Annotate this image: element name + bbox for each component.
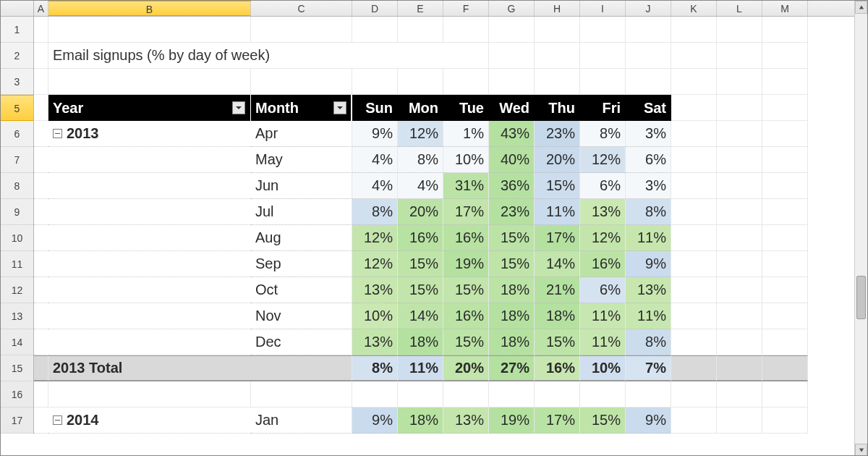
value-cell[interactable]: 6% xyxy=(580,277,626,303)
cell-M11[interactable] xyxy=(762,251,808,277)
row-header-11[interactable]: 11 xyxy=(1,251,33,277)
value-cell[interactable]: 20% xyxy=(535,147,580,173)
row-header-15[interactable]: 15 xyxy=(1,355,33,381)
cell-K5[interactable] xyxy=(671,95,717,121)
column-header-K[interactable]: K xyxy=(671,1,717,16)
cell-K1[interactable] xyxy=(671,17,717,43)
value-cell[interactable]: 16% xyxy=(443,225,489,251)
total-value-cell[interactable]: 11% xyxy=(398,355,443,381)
cell-J2[interactable] xyxy=(626,43,671,69)
cell-area[interactable]: Email signups (% by day of week)YearMont… xyxy=(34,17,867,434)
value-cell[interactable]: 31% xyxy=(443,173,489,199)
cell-M10[interactable] xyxy=(762,225,808,251)
value-cell[interactable]: 10% xyxy=(443,147,489,173)
cell-B16[interactable] xyxy=(48,381,251,408)
value-cell[interactable]: 3% xyxy=(626,121,671,147)
cell-C3[interactable] xyxy=(251,69,352,95)
value-cell[interactable]: 13% xyxy=(626,277,671,303)
value-cell[interactable]: 12% xyxy=(398,121,443,147)
cell-A12[interactable] xyxy=(34,277,48,303)
cell-A17[interactable] xyxy=(34,408,48,434)
row-header-12[interactable]: 12 xyxy=(1,277,33,303)
cell-K8[interactable] xyxy=(671,173,717,199)
cell-L15[interactable] xyxy=(717,355,762,381)
cell-M2[interactable] xyxy=(762,43,808,69)
day-header-thu[interactable]: Thu xyxy=(535,95,580,121)
cell-L14[interactable] xyxy=(717,329,762,355)
cell-K14[interactable] xyxy=(671,329,717,355)
month-cell-2013-Oct[interactable]: Oct xyxy=(251,277,352,303)
cell-A16[interactable] xyxy=(34,381,48,408)
cell-A9[interactable] xyxy=(34,199,48,225)
month-cell-2013-May[interactable]: May xyxy=(251,147,352,173)
value-cell[interactable]: 36% xyxy=(489,173,535,199)
cell-M6[interactable] xyxy=(762,121,808,147)
cell-H1[interactable] xyxy=(535,17,580,43)
value-cell[interactable]: 18% xyxy=(535,303,580,329)
value-cell[interactable]: 16% xyxy=(443,303,489,329)
cell-B1[interactable] xyxy=(48,17,251,43)
cell-A7[interactable] xyxy=(34,147,48,173)
value-cell[interactable]: 8% xyxy=(626,329,671,355)
column-header-A[interactable]: A xyxy=(34,1,48,16)
value-cell[interactable]: 15% xyxy=(535,173,580,199)
month-cell-2013-Jul[interactable]: Jul xyxy=(251,199,352,225)
value-cell[interactable]: 15% xyxy=(398,277,443,303)
value-cell[interactable]: 16% xyxy=(580,251,626,277)
row-header-10[interactable]: 10 xyxy=(1,225,33,251)
value-cell[interactable]: 20% xyxy=(398,199,443,225)
total-value-cell[interactable]: 27% xyxy=(489,355,535,381)
cell-M17[interactable] xyxy=(762,408,808,434)
select-all-corner[interactable] xyxy=(1,1,34,16)
value-cell[interactable]: 15% xyxy=(443,329,489,355)
year-cell-2013[interactable]: 2013 xyxy=(48,121,251,147)
value-cell[interactable]: 23% xyxy=(535,121,580,147)
column-header-J[interactable]: J xyxy=(626,1,671,16)
value-cell[interactable]: 12% xyxy=(580,147,626,173)
cell-B7[interactable] xyxy=(48,147,251,173)
day-header-fri[interactable]: Fri xyxy=(580,95,626,121)
cell-G2[interactable] xyxy=(489,43,535,69)
cell-J3[interactable] xyxy=(626,69,671,95)
cell-A11[interactable] xyxy=(34,251,48,277)
cell-K2[interactable] xyxy=(671,43,717,69)
cell-L12[interactable] xyxy=(717,277,762,303)
value-cell[interactable]: 18% xyxy=(398,329,443,355)
column-header-L[interactable]: L xyxy=(717,1,762,16)
cell-M9[interactable] xyxy=(762,199,808,225)
cell-E16[interactable] xyxy=(398,381,443,408)
value-cell[interactable]: 11% xyxy=(580,329,626,355)
cell-M8[interactable] xyxy=(762,173,808,199)
column-header-F[interactable]: F xyxy=(443,1,489,16)
cell-K10[interactable] xyxy=(671,225,717,251)
pivot-month-header[interactable]: Month xyxy=(251,95,352,121)
cell-D1[interactable] xyxy=(352,17,398,43)
cell-L6[interactable] xyxy=(717,121,762,147)
cell-M7[interactable] xyxy=(762,147,808,173)
cell-K11[interactable] xyxy=(671,251,717,277)
value-cell[interactable]: 18% xyxy=(489,329,535,355)
cell-A10[interactable] xyxy=(34,225,48,251)
cell-C1[interactable] xyxy=(251,17,352,43)
value-cell[interactable]: 9% xyxy=(352,408,398,434)
cell-L17[interactable] xyxy=(717,408,762,434)
cell-A15[interactable] xyxy=(34,355,48,381)
pivot-year-header[interactable]: Year xyxy=(48,95,251,121)
day-header-sun[interactable]: Sun xyxy=(352,95,398,121)
cell-L3[interactable] xyxy=(717,69,762,95)
column-header-B[interactable]: B xyxy=(48,1,251,16)
day-header-wed[interactable]: Wed xyxy=(489,95,535,121)
scroll-down-button[interactable] xyxy=(855,444,867,456)
cell-A6[interactable] xyxy=(34,121,48,147)
value-cell[interactable]: 21% xyxy=(535,277,580,303)
cell-B14[interactable] xyxy=(48,329,251,355)
row-header-14[interactable]: 14 xyxy=(1,329,33,355)
cell-K15[interactable] xyxy=(671,355,717,381)
row-header-7[interactable]: 7 xyxy=(1,147,33,173)
cell-B11[interactable] xyxy=(48,251,251,277)
value-cell[interactable]: 23% xyxy=(489,199,535,225)
column-header-G[interactable]: G xyxy=(489,1,535,16)
cell-F1[interactable] xyxy=(443,17,489,43)
value-cell[interactable]: 8% xyxy=(352,199,398,225)
value-cell[interactable]: 11% xyxy=(580,303,626,329)
